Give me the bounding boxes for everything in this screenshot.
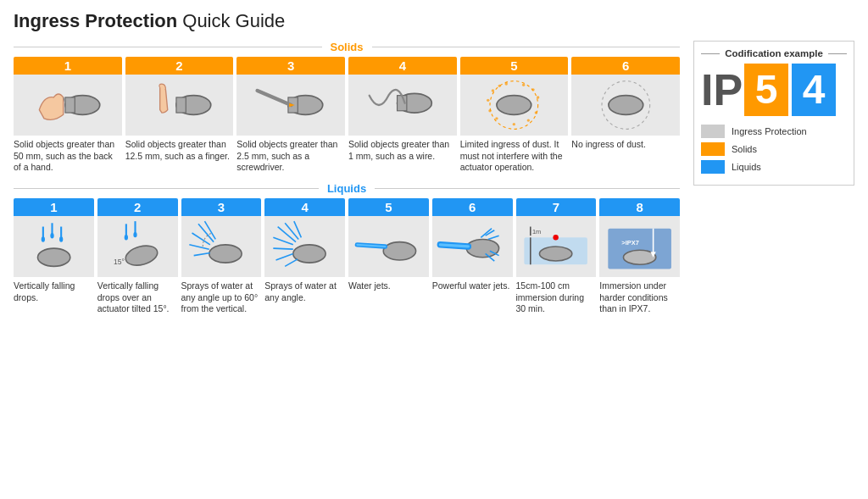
liquid-img-8: >IPX7 (599, 216, 680, 277)
liquid-img-4 (264, 216, 345, 277)
liquid-num-5: 5 (348, 198, 429, 216)
right-panel: Codification example IP 5 4 Ingress Prot… (693, 41, 854, 319)
solid-num-2: 2 (125, 57, 234, 75)
svg-point-57 (467, 239, 499, 257)
liquid-item-3: 3 Spray (181, 198, 262, 315)
legend-blue-box (701, 160, 725, 174)
legend-ip: Ingress Protection (701, 125, 847, 138)
solid-desc-2: Solid objects greater than 12.5 mm, such… (125, 139, 234, 162)
svg-point-34 (124, 242, 160, 269)
liquid-img-2: 15° (97, 216, 178, 277)
liquid-num-3: 3 (181, 198, 262, 216)
liquid-desc-2: Vertically falling drops over an actuato… (97, 280, 178, 315)
solids-header: Solids (14, 41, 680, 53)
liquid-desc-4: Sprays of water at any angle. (264, 280, 345, 303)
solid-desc-5: Limited ingress of dust. It must not int… (460, 139, 569, 174)
svg-point-19 (527, 119, 530, 121)
liquid-img-7: 1m (516, 216, 597, 277)
solid-item-4: 4 Solid objects greater than 1 mm, such … (348, 57, 457, 174)
solid-num-3: 3 (236, 57, 345, 75)
solid-desc-1: Solid objects greater than 50 mm, such a… (14, 139, 122, 174)
svg-line-59 (441, 245, 469, 247)
solid-num-1: 1 (14, 57, 122, 75)
svg-line-51 (273, 248, 292, 249)
svg-text:>IPX7: >IPX7 (621, 239, 638, 247)
solids-row: 1 Solid objects greater than 50 mm, such… (14, 57, 680, 174)
content-area: Solids 1 (14, 41, 854, 319)
svg-point-70 (554, 235, 559, 240)
page-container: Ingress Protection Quick Guide Solids 1 (0, 0, 868, 329)
svg-line-7 (258, 91, 292, 105)
solid-item-3: 3 Solid objects greater than 2.5 mm, suc… (236, 57, 345, 174)
solid-num-6: 6 (571, 57, 680, 75)
liquids-header: Liquids (14, 182, 680, 195)
svg-text:1m: 1m (532, 228, 541, 236)
solid-img-2 (125, 75, 234, 136)
liquid-item-7: 7 1m (516, 198, 597, 315)
svg-point-25 (609, 96, 643, 115)
liquid-img-6 (432, 216, 513, 277)
svg-line-50 (273, 237, 292, 245)
solid-img-6 (571, 75, 680, 136)
page-title: Ingress Protection Quick Guide (14, 10, 854, 32)
svg-text:15°: 15° (114, 258, 125, 266)
svg-point-12 (492, 89, 494, 91)
liquid-item-5: 5 Water jets. (348, 198, 429, 315)
liquid-item-1: 1 Vertically falling d (14, 198, 94, 315)
liquid-num-6: 6 (432, 198, 513, 216)
svg-point-21 (495, 117, 498, 119)
svg-point-31 (50, 233, 53, 238)
solid-desc-6: No ingress of dust. (571, 139, 680, 151)
solid-item-1: 1 Solid objects greater than 50 mm, such… (14, 57, 122, 174)
svg-point-36 (125, 235, 128, 240)
svg-point-11 (497, 96, 531, 115)
liquid-img-3 (181, 216, 262, 277)
svg-point-38 (134, 232, 137, 237)
liquids-row: 1 Vertically falling d (14, 198, 680, 315)
codification-box: Codification example IP 5 4 Ingress Prot… (693, 41, 854, 186)
svg-point-23 (487, 99, 489, 102)
liquid-desc-5: Water jets. (348, 280, 429, 292)
liquid-num-8: 8 (599, 198, 680, 216)
liquid-desc-8: Immersion under harder conditions than i… (599, 280, 680, 315)
svg-point-40 (209, 245, 242, 263)
svg-point-15 (522, 83, 525, 86)
legend-gray-box (701, 125, 725, 138)
legend-orange-box (701, 142, 725, 156)
solid-item-2: 2 Solid objects greater than 12.5 mm, su… (125, 57, 234, 174)
liquid-item-6: 6 (432, 198, 513, 315)
solid-img-3 (236, 75, 345, 136)
codification-title: Codification example (701, 48, 847, 58)
solid-item-6: 6 No ingress of dust. (571, 57, 680, 174)
solid-img-5 (460, 75, 569, 136)
svg-point-29 (41, 236, 44, 241)
svg-rect-4 (176, 97, 186, 113)
svg-line-53 (285, 259, 298, 267)
liquid-item-2: 2 15° (97, 198, 178, 315)
left-panel: Solids 1 (14, 41, 680, 319)
svg-line-45 (194, 252, 210, 255)
legend-ip-label: Ingress Protection (732, 126, 807, 136)
legend-solids: Solids (701, 142, 847, 156)
liquid-desc-1: Vertically falling drops. (14, 280, 94, 303)
ip-label: IP (701, 68, 743, 112)
svg-line-52 (276, 253, 293, 259)
ip-liquid-digit: 4 (792, 64, 836, 116)
liquid-num-4: 4 (264, 198, 345, 216)
svg-point-17 (537, 96, 539, 98)
liquid-desc-6: Powerful water jets. (432, 280, 513, 292)
liquid-num-2: 2 (97, 198, 178, 216)
solid-item-5: 5 (460, 57, 569, 174)
liquid-img-1 (14, 216, 94, 277)
solid-num-4: 4 (348, 57, 457, 75)
svg-line-44 (190, 245, 209, 249)
svg-point-66 (540, 247, 572, 261)
svg-point-54 (383, 242, 415, 260)
svg-line-42 (205, 221, 216, 239)
svg-rect-1 (64, 97, 74, 113)
legend-solids-label: Solids (732, 144, 757, 154)
liquid-item-4: 4 Spray (264, 198, 345, 315)
liquid-desc-7: 15cm-100 cm immersion during 30 min. (516, 280, 597, 315)
liquid-num-1: 1 (14, 198, 94, 216)
liquid-img-5 (348, 216, 429, 277)
